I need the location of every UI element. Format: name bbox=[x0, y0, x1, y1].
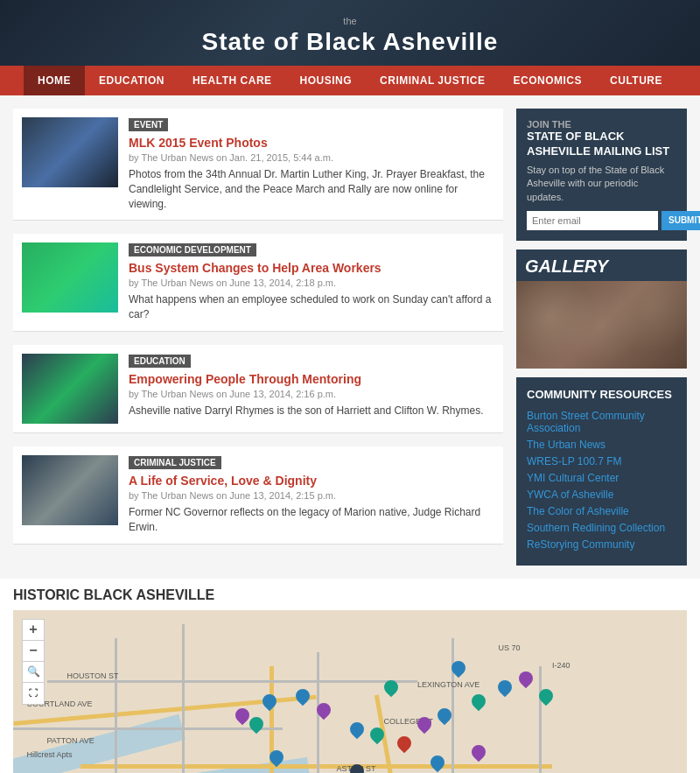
nav-home[interactable]: HOME bbox=[24, 66, 85, 95]
email-form: SUBMIT bbox=[527, 211, 676, 230]
article-tag: ECONOMIC DEVELOPMENT bbox=[129, 243, 256, 256]
article-thumbnail bbox=[22, 242, 118, 313]
map-background: COURTLAND AVE HOUSTON ST PATTON AVE HILL… bbox=[13, 610, 687, 773]
map-container[interactable]: COURTLAND AVE HOUSTON ST PATTON AVE HILL… bbox=[13, 610, 687, 773]
community-resources: COMMUNITY RESOURCES Burton Street Commun… bbox=[516, 377, 687, 566]
nav-culture[interactable]: CULTURE bbox=[596, 66, 676, 95]
article-item: EVENT MLK 2015 Event Photos by The Urban… bbox=[13, 109, 503, 221]
article-excerpt: Asheville native Darryl Rhymes is the so… bbox=[129, 404, 494, 418]
article-thumbnail bbox=[22, 354, 118, 424]
main-nav: HOME EDUCATION HEALTH CARE HOUSING CRIMI… bbox=[0, 66, 700, 95]
mailing-join: JOIN THE bbox=[527, 119, 676, 130]
article-byline: by The Urban News on Jan. 21, 2015, 5:44… bbox=[129, 152, 494, 163]
article-title[interactable]: Bus System Changes to Help Area Workers bbox=[129, 261, 494, 275]
fullscreen-button[interactable]: ⛶ bbox=[23, 683, 44, 704]
article-tag: CRIMINAL JUSTICE bbox=[129, 456, 221, 469]
article-title[interactable]: Empowering People Through Mentoring bbox=[129, 372, 494, 386]
community-link[interactable]: Southern Redlining Collection bbox=[527, 522, 676, 534]
search-button[interactable]: 🔍 bbox=[23, 662, 44, 683]
article-thumbnail bbox=[22, 117, 118, 187]
community-link[interactable]: ReStorying Community bbox=[527, 538, 676, 551]
community-link[interactable]: YWCA of Asheville bbox=[527, 488, 676, 501]
article-content: ECONOMIC DEVELOPMENT Bus System Changes … bbox=[129, 242, 494, 322]
community-link[interactable]: The Urban News bbox=[527, 439, 676, 451]
email-input[interactable] bbox=[527, 211, 658, 230]
nav-economics[interactable]: ECONOMICS bbox=[500, 66, 597, 95]
nav-criminal-justice[interactable]: CRIMINAL JUSTICE bbox=[366, 66, 499, 95]
nav-housing[interactable]: HOUSING bbox=[286, 66, 367, 95]
content-area: EVENT MLK 2015 Event Photos by The Urban… bbox=[13, 109, 503, 566]
article-byline: by The Urban News on June 13, 2014, 2:16… bbox=[129, 389, 494, 399]
article-excerpt: Photos from the 34th Annual Dr. Martin L… bbox=[129, 167, 494, 211]
mailing-description: Stay on top of the State of Black Ashevi… bbox=[527, 164, 676, 204]
map-title: HISTORIC BLACK ASHEVILLE bbox=[13, 587, 687, 603]
community-link[interactable]: WRES-LP 100.7 FM bbox=[527, 455, 676, 467]
article-byline: by The Urban News on June 13, 2014, 2:18… bbox=[129, 278, 494, 288]
article-content: EDUCATION Empowering People Through Ment… bbox=[129, 354, 494, 424]
mailing-list-box: JOIN THE STATE OF BLACK ASHEVILLE MAILIN… bbox=[516, 109, 687, 241]
nav-health-care[interactable]: HEALTH CARE bbox=[178, 66, 286, 95]
article-tag: EVENT bbox=[129, 118, 168, 131]
gallery-image[interactable] bbox=[516, 281, 687, 369]
zoom-in-button[interactable]: + bbox=[23, 620, 44, 641]
article-title[interactable]: A Life of Service, Love & Dignity bbox=[129, 474, 494, 488]
article-title[interactable]: MLK 2015 Event Photos bbox=[129, 136, 494, 150]
article-content: CRIMINAL JUSTICE A Life of Service, Love… bbox=[129, 455, 494, 535]
site-title: State of Black Asheville bbox=[0, 28, 700, 56]
article-thumbnail bbox=[22, 455, 118, 525]
article-item: CRIMINAL JUSTICE A Life of Service, Love… bbox=[13, 446, 503, 545]
submit-button[interactable]: SUBMIT bbox=[662, 211, 700, 230]
zoom-out-button[interactable]: − bbox=[23, 641, 44, 662]
main-container: EVENT MLK 2015 Event Photos by The Urban… bbox=[0, 95, 700, 579]
map-section: HISTORIC BLACK ASHEVILLE COURTL bbox=[0, 579, 700, 773]
site-header: the State of Black Asheville bbox=[0, 0, 700, 66]
community-link[interactable]: The Color of Asheville bbox=[527, 505, 676, 517]
sidebar: JOIN THE STATE OF BLACK ASHEVILLE MAILIN… bbox=[516, 109, 687, 566]
gallery-title: GALLERY bbox=[516, 249, 687, 281]
article-tag: EDUCATION bbox=[129, 355, 191, 368]
gallery-box: GALLERY bbox=[516, 249, 687, 369]
community-link[interactable]: Burton Street Community Association bbox=[527, 410, 676, 434]
site-the: the bbox=[0, 16, 700, 26]
community-link[interactable]: YMI Cultural Center bbox=[527, 472, 676, 484]
mailing-title: STATE OF BLACK ASHEVILLE MAILING LIST bbox=[527, 130, 676, 159]
article-byline: by The Urban News on June 13, 2014, 2:15… bbox=[129, 490, 494, 501]
article-item: ECONOMIC DEVELOPMENT Bus System Changes … bbox=[13, 234, 503, 332]
article-excerpt: What happens when an employee scheduled … bbox=[129, 292, 494, 322]
article-content: EVENT MLK 2015 Event Photos by The Urban… bbox=[129, 117, 494, 211]
article-item: EDUCATION Empowering People Through Ment… bbox=[13, 345, 503, 433]
nav-education[interactable]: EDUCATION bbox=[85, 66, 178, 95]
article-excerpt: Former NC Governor reflects on the legac… bbox=[129, 505, 494, 535]
community-heading: COMMUNITY RESOURCES bbox=[527, 388, 676, 401]
map-controls: + − 🔍 ⛶ bbox=[22, 619, 45, 705]
